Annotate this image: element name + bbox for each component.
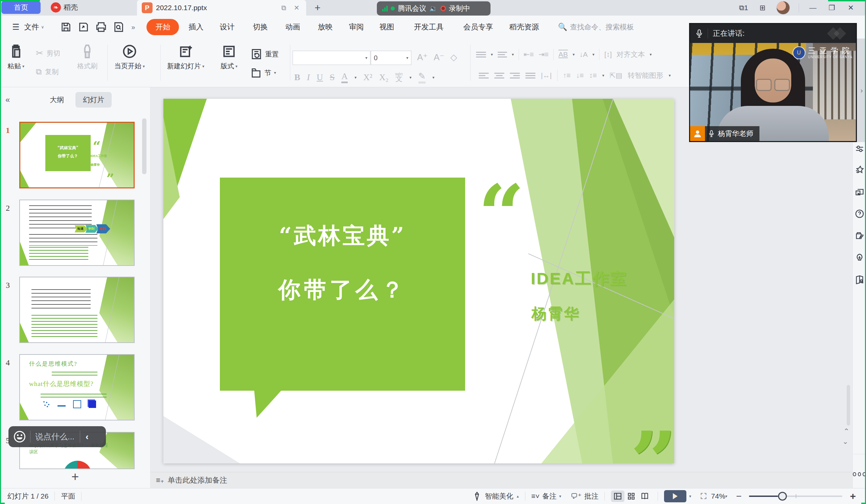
author-text[interactable]: 杨霄华 <box>531 304 580 324</box>
bullet-list-button[interactable] <box>476 52 486 57</box>
justify-button[interactable] <box>525 73 535 78</box>
copy-button[interactable]: ⧉复制 <box>36 67 58 77</box>
paste-button[interactable]: 粘贴▾ <box>8 44 24 71</box>
workspace-grid-icon[interactable]: ⊞ <box>757 4 768 12</box>
tab-home[interactable]: 首页 <box>1 1 41 14</box>
convert-window-icon[interactable] <box>855 187 864 197</box>
zoom-slider-thumb[interactable] <box>778 492 787 501</box>
slide-title-line1[interactable]: “武林宝典” <box>220 221 465 251</box>
align-center-button[interactable] <box>494 73 504 78</box>
font-name-combo[interactable]: ▾ <box>292 51 370 65</box>
decrease-font-icon[interactable]: A⁻ <box>434 52 444 63</box>
notes-bar[interactable]: ≡₊ 单击此处添加备注 <box>151 472 853 488</box>
add-slide-button[interactable]: + <box>0 470 150 488</box>
canvas-scrollbar[interactable] <box>847 385 850 426</box>
decrease-indent-icon[interactable]: ⇤≡ <box>524 51 534 58</box>
tab-docer[interactable]: ❧ 稻壳 <box>51 1 78 14</box>
normal-view-button[interactable] <box>611 491 624 502</box>
meeting-status-pill[interactable]: 腾讯会议 🔉 录制中 <box>377 1 490 15</box>
reference-book-icon[interactable] <box>855 275 864 284</box>
increase-indent-icon[interactable]: ⇥≡ <box>539 51 549 58</box>
align-left-button[interactable] <box>479 73 489 78</box>
menu-docer-resources[interactable]: 稻壳资源 <box>507 19 541 35</box>
inspiration-bulb-icon[interactable] <box>855 253 864 262</box>
align-right-button[interactable] <box>510 73 520 78</box>
numbered-list-button[interactable] <box>498 52 507 57</box>
menu-review[interactable]: 审阅 <box>347 19 366 35</box>
clear-format-icon[interactable]: ◇ <box>450 52 457 63</box>
menu-insert[interactable]: 插入 <box>186 19 206 35</box>
distribute-text-icon[interactable]: |↔| <box>541 71 552 79</box>
restore-button[interactable]: ❐ <box>827 4 837 12</box>
slide-thumbnail-3[interactable] <box>19 277 135 343</box>
notes-placeholder[interactable]: 单击此处添加备注 <box>167 475 227 485</box>
slide-thumbnail-4[interactable]: 什么是思维模式? what什么是思维模型? <box>19 354 135 421</box>
meeting-video-overlay[interactable]: 正在讲话: U 三 亚 学 院 UNIVERSITY OF SANYA <box>689 23 857 142</box>
font-color-button[interactable]: A <box>341 71 348 83</box>
text-direction-icon[interactable]: ↓A <box>579 51 588 58</box>
export-icon[interactable] <box>78 21 89 33</box>
highlight-button[interactable]: ✎ <box>419 71 426 83</box>
prev-slide-icon[interactable]: › <box>842 428 850 430</box>
menu-member[interactable]: 会员专享 <box>461 19 495 35</box>
new-tab-button[interactable]: + <box>314 2 321 13</box>
slide-sorter-view-button[interactable] <box>624 491 638 502</box>
superscript-button[interactable]: X² <box>363 72 373 82</box>
print-icon[interactable] <box>96 21 107 33</box>
strikethrough-button[interactable]: S <box>330 72 335 82</box>
subscript-button[interactable]: X₂ <box>379 72 389 82</box>
minimize-button[interactable]: — <box>808 4 818 12</box>
view-mode-label[interactable]: 平面 <box>61 492 75 501</box>
slideshow-play-button[interactable] <box>664 490 686 502</box>
menu-home-active[interactable]: 开始 <box>146 19 179 35</box>
find-icon[interactable] <box>113 21 124 33</box>
fit-slide-icon[interactable]: ⛶ <box>701 492 706 501</box>
zoom-in-button[interactable]: + <box>850 491 856 502</box>
line-spacing-icon[interactable]: ↕≡ <box>589 71 597 79</box>
play-from-current-button[interactable]: 当页开始▾ <box>114 44 145 71</box>
menu-slideshow[interactable]: 放映 <box>315 19 335 35</box>
reset-button[interactable]: 重置 <box>250 48 279 60</box>
slide-thumbnail-1[interactable]: “武林宝典”你带了么？ “ IDEA工作室 杨霄华 ” <box>19 122 135 188</box>
section-button[interactable]: 节▾ <box>250 67 276 78</box>
menu-transition[interactable]: 切换 <box>251 19 270 35</box>
format-painter-button[interactable]: 格式刷 <box>77 44 98 71</box>
more-tools-chevron-icon[interactable]: » <box>131 23 135 31</box>
hamburger-icon[interactable]: ☰ <box>12 22 20 32</box>
layout-button[interactable]: 版式▾ <box>221 44 237 71</box>
help-icon[interactable] <box>855 209 864 219</box>
split-window-icon[interactable]: ⧉1 <box>739 4 748 12</box>
to-smart-graphic-button[interactable]: 转智能图形 <box>628 71 663 80</box>
panel-scrollbar[interactable] <box>142 119 146 174</box>
underline-button[interactable]: U <box>317 72 323 82</box>
close-button[interactable]: ✕ <box>846 4 856 12</box>
menu-animation[interactable]: 动画 <box>283 19 302 35</box>
next-slide-icon[interactable]: › <box>842 442 850 444</box>
beautify-star-icon[interactable] <box>855 165 864 175</box>
user-avatar[interactable] <box>776 1 790 14</box>
slide-thumbnail-2[interactable]: 知道 学到 做到 <box>19 200 135 266</box>
bold-button[interactable]: B <box>294 72 300 82</box>
eco-resources-icon[interactable] <box>855 231 864 240</box>
new-slide-button[interactable]: 新建幻灯片▾ <box>167 44 204 71</box>
save-icon[interactable] <box>60 21 72 33</box>
open-quote-shape[interactable]: “ <box>478 190 525 239</box>
reading-view-button[interactable] <box>638 491 652 502</box>
tab-slides[interactable]: 幻灯片 <box>76 92 112 108</box>
line-spacing-down-icon[interactable]: ↓≡ <box>576 71 584 79</box>
menu-design[interactable]: 设计 <box>218 19 236 35</box>
collapse-panel-icon[interactable]: « <box>5 95 10 104</box>
zoom-caret[interactable]: ▾ <box>725 494 727 499</box>
align-text-button[interactable]: 对齐文本 <box>617 50 645 59</box>
line-spacing-up-icon[interactable]: ↑≡ <box>563 71 571 79</box>
play-options-caret[interactable]: ▾ <box>689 494 691 499</box>
beautify-button[interactable]: 智能美化▴ <box>472 492 519 501</box>
chat-input-placeholder[interactable]: 说点什么... <box>35 431 75 442</box>
italic-button[interactable]: I <box>307 72 310 82</box>
studio-text[interactable]: IDEA工作室 <box>531 268 628 290</box>
increase-font-icon[interactable]: A⁺ <box>417 52 428 63</box>
font-size-combo[interactable]: 0 ▾ <box>371 51 411 65</box>
cut-button[interactable]: ✂剪切 <box>36 48 60 58</box>
zoom-slider[interactable] <box>749 495 842 497</box>
menu-file[interactable]: 文件 <box>22 19 41 35</box>
